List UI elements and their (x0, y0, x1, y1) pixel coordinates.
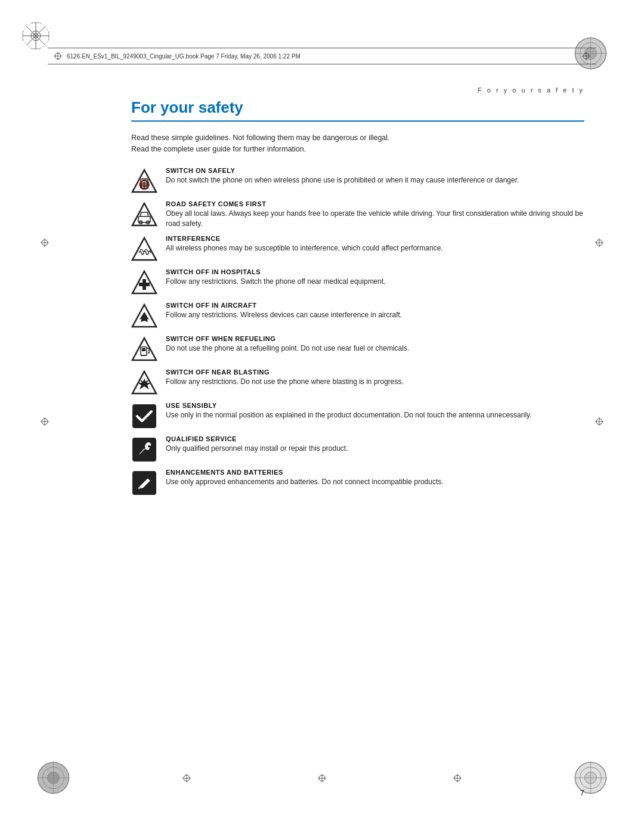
safety-item-road-safety: ROAD SAFETY COMES FIRST Obey all local l… (131, 200, 584, 230)
title-refueling: SWITCH OFF WHEN REFUELING (166, 335, 584, 342)
icon-aircraft (131, 303, 157, 329)
safety-item-use-sensibly: USE SENSIBLY Use only in the normal posi… (131, 402, 584, 429)
title-aircraft: SWITCH OFF IN AIRCRAFT (166, 302, 584, 309)
svg-rect-45 (139, 283, 150, 286)
intro-line1: Read these simple guidelines. Not follow… (131, 132, 584, 144)
desc-hospitals: Follow any restrictions. Switch the phon… (166, 277, 584, 287)
icon-switch-on-safely: 📵 (131, 168, 157, 194)
section-label: F o r y o u r s a f e t y (131, 86, 584, 94)
text-refueling: SWITCH OFF WHEN REFUELING Do not use the… (166, 335, 584, 354)
header-filename: 6126.EN_ESv1_BIL_9249003_Cingular_UG.boo… (67, 53, 577, 60)
bottom-crosshair-center (318, 774, 326, 782)
safety-item-enhancements: ENHANCEMENTS AND BATTERIES Use only appr… (131, 469, 584, 496)
page-title: For your safety (131, 98, 584, 122)
icon-hospitals (131, 270, 157, 296)
left-crosshair-mid (41, 417, 49, 428)
text-interference: INTERFERENCE All wireless phones may be … (166, 235, 584, 253)
icon-enhancements (131, 470, 157, 496)
top-bar: 6126.EN_ESv1_BIL_9249003_Cingular_UG.boo… (48, 48, 596, 64)
title-blasting: SWITCH OFF NEAR BLASTING (166, 368, 584, 376)
desc-enhancements: Use only approved enhancements and batte… (166, 477, 584, 487)
right-crosshair-top (595, 239, 603, 249)
right-crosshair-mid (595, 417, 603, 428)
intro-text: Read these simple guidelines. Not follow… (131, 132, 584, 155)
left-crosshair-top (41, 239, 49, 249)
desc-switch-on-safely: Do not switch the phone on when wireless… (166, 175, 584, 185)
safety-items-list: 📵 SWITCH ON SAFELY Do not switch the pho… (131, 167, 584, 503)
icon-qualified-service (131, 436, 157, 463)
title-hospitals: SWITCH OFF IN HOSPITALS (166, 268, 584, 275)
icon-use-sensibly (131, 403, 157, 429)
safety-item-refueling: SWITCH OFF WHEN REFUELING Do not use the… (131, 335, 584, 363)
text-use-sensibly: USE SENSIBLY Use only in the normal posi… (166, 402, 584, 420)
icon-road-safety (131, 202, 157, 228)
topbar-crosshair-right (582, 52, 590, 60)
page: 6126.EN_ESv1_BIL_9249003_Cingular_UG.boo… (0, 0, 644, 833)
safety-item-aircraft: SWITCH OFF IN AIRCRAFT Follow any restri… (131, 302, 584, 329)
desc-use-sensibly: Use only in the normal position as expla… (166, 410, 584, 420)
safety-item-qualified-service: QUALIFIED SERVICE Only qualified personn… (131, 435, 584, 463)
title-enhancements: ENHANCEMENTS AND BATTERIES (166, 469, 584, 476)
text-qualified-service: QUALIFIED SERVICE Only qualified personn… (166, 435, 584, 454)
title-switch-on-safely: SWITCH ON SAFELY (166, 167, 584, 174)
topbar-crosshair-left (54, 52, 62, 60)
text-enhancements: ENHANCEMENTS AND BATTERIES Use only appr… (166, 469, 584, 487)
desc-blasting: Follow any restrictions. Do not use the … (166, 377, 584, 387)
safety-item-hospitals: SWITCH OFF IN HOSPITALS Follow any restr… (131, 268, 584, 296)
desc-qualified-service: Only qualified personnel may install or … (166, 444, 584, 454)
safety-item-interference: INTERFERENCE All wireless phones may be … (131, 235, 584, 262)
text-hospitals: SWITCH OFF IN HOSPITALS Follow any restr… (166, 268, 584, 287)
title-interference: INTERFERENCE (166, 235, 584, 242)
text-road-safety: ROAD SAFETY COMES FIRST Obey all local l… (166, 200, 584, 230)
safety-item-blasting: SWITCH OFF NEAR BLASTING Follow any rest… (131, 368, 584, 396)
icon-refueling (131, 336, 157, 363)
intro-line2: Read the complete user guide for further… (131, 144, 584, 155)
bottom-crosshair-right (453, 774, 462, 782)
desc-aircraft: Follow any restrictions. Wireless device… (166, 310, 584, 320)
page-number: 7 (580, 788, 584, 797)
desc-road-safety: Obey all local laws. Always keep your ha… (166, 209, 584, 230)
desc-interference: All wireless phones may be susceptible t… (166, 243, 584, 253)
svg-rect-49 (142, 348, 145, 351)
svg-point-37 (144, 187, 145, 188)
title-qualified-service: QUALIFIED SERVICE (166, 435, 584, 442)
text-switch-on-safely: SWITCH ON SAFELY Do not switch the phone… (166, 167, 584, 185)
text-aircraft: SWITCH OFF IN AIRCRAFT Follow any restri… (166, 302, 584, 320)
title-road-safety: ROAD SAFETY COMES FIRST (166, 200, 584, 208)
safety-item-switch-on-safely: 📵 SWITCH ON SAFELY Do not switch the pho… (131, 167, 584, 194)
icon-blasting (131, 370, 157, 396)
bottom-crosshair-left (182, 774, 191, 782)
svg-marker-42 (132, 238, 156, 260)
title-use-sensibly: USE SENSIBLY (166, 402, 584, 409)
main-content: F o r y o u r s a f e t y For your safet… (131, 86, 584, 761)
bottom-markers (0, 774, 644, 782)
icon-interference (131, 236, 157, 262)
desc-refueling: Do not use the phone at a refuelling poi… (166, 343, 584, 354)
text-blasting: SWITCH OFF NEAR BLASTING Follow any rest… (166, 368, 584, 387)
